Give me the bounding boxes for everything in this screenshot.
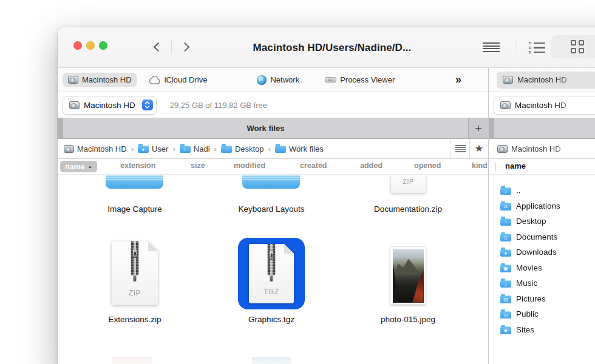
list-view-icon[interactable] (529, 42, 545, 53)
tab-bar: Work files + (58, 118, 488, 139)
list-item-public[interactable]: ◎ Public (489, 306, 595, 322)
folder-icon (106, 175, 163, 189)
device-icon (325, 77, 336, 83)
sites-folder-icon: ◉ (500, 326, 511, 334)
downloads-folder-icon: ● (500, 249, 511, 257)
breadcrumb-macintosh-hd[interactable]: Macintosh HD (489, 144, 579, 153)
breadcrumb-work-files[interactable]: Work files (275, 144, 324, 153)
folder-icon (275, 146, 286, 153)
hard-drive-icon (500, 101, 511, 109)
next-row-item-peek (252, 357, 291, 364)
grid-view-icon (571, 40, 584, 53)
users-folder-icon: ● (138, 146, 149, 153)
column-header-created[interactable]: created (300, 161, 327, 170)
list-item-movies[interactable]: ▣ Movies (489, 260, 595, 276)
zip-file-icon: ZIP (391, 175, 426, 193)
up-down-chevrons-icon (144, 101, 150, 109)
hard-drive-icon (497, 145, 508, 153)
left-pane: Macintosh HD iCloud Drive Network Proces… (58, 68, 489, 364)
right-pane: Macintosh HD Macintosh HD Macintosh HD (489, 68, 595, 364)
music-folder-icon: ♪ (500, 280, 511, 288)
lines-icon (455, 145, 466, 153)
list-item-desktop[interactable]: ▫ Desktop (489, 214, 595, 229)
drive-name: Macintosh HD (84, 101, 135, 110)
path-bar: Macintosh HD (489, 139, 595, 159)
cloud-icon (149, 76, 161, 84)
home-folder-icon: ⌂ (180, 146, 191, 153)
tgz-file-icon: TGZ (249, 244, 294, 303)
breadcrumb-desktop[interactable]: ▫ Desktop (221, 144, 264, 153)
path-options-button[interactable] (450, 139, 469, 158)
column-header-added[interactable]: added (360, 161, 382, 170)
list-item-downloads[interactable]: ● Downloads (489, 244, 595, 260)
hard-drive-icon (69, 101, 80, 109)
star-icon: ★ (475, 144, 483, 153)
column-headers: name (489, 159, 595, 175)
applications-folder-icon: A (500, 203, 511, 211)
list-item-pictures[interactable]: ▤ Pictures (489, 291, 595, 307)
public-folder-icon: ◎ (500, 311, 511, 319)
menu-icon[interactable] (483, 42, 500, 52)
column-header-size[interactable]: size (191, 161, 205, 170)
breadcrumb-macintosh-hd[interactable]: Macintosh HD (64, 144, 127, 153)
column-header-modified[interactable]: modified (234, 161, 265, 170)
list-item-music[interactable]: ♪ Music (489, 275, 595, 291)
favorite-network[interactable]: Network (251, 73, 305, 87)
hard-drive-icon (64, 145, 74, 153)
selection-highlight: TGZ (238, 238, 305, 309)
column-header-name[interactable]: name ▲ (60, 161, 97, 172)
drive-selector[interactable]: Macintosh HD (63, 96, 157, 115)
favorites-bar: Macintosh HD (489, 68, 595, 92)
file-manager-window: Macintosh HD/Users/Nadine/D... Macint (58, 27, 595, 364)
divider (515, 40, 515, 53)
tab-work-files[interactable]: Work files (63, 118, 469, 138)
grid-view-button[interactable] (551, 35, 595, 58)
breadcrumb-home[interactable]: ⌂ Nadi (180, 144, 210, 153)
home-folder-icon: ⌂ (500, 187, 511, 195)
favorite-macintosh-hd[interactable]: Macintosh HD (63, 73, 137, 87)
photo-thumbnail (390, 247, 426, 305)
hard-drive-icon (503, 76, 513, 84)
drive-selector[interactable]: Macintosh HD (494, 96, 595, 115)
list-item-applications[interactable]: A Applications (489, 198, 595, 214)
list-item-parent-dir[interactable]: ⌂ .. (489, 183, 595, 198)
favorites-overflow-button[interactable]: » (455, 73, 461, 86)
divider (495, 163, 496, 171)
column-header-opened[interactable]: opened (414, 161, 441, 170)
desktop-folder-icon: ▫ (221, 146, 232, 153)
folder-icon (242, 175, 300, 189)
folder-list: ⌂ .. A Applications ▫ Desktop ▯ Document… (489, 175, 595, 364)
tab-empty[interactable] (494, 118, 595, 138)
new-tab-button[interactable]: + (469, 118, 488, 138)
favorite-process-viewer[interactable]: Process Viewer (319, 73, 400, 87)
next-row-item-peek (112, 357, 152, 364)
drive-selector-row: Macintosh HD (489, 92, 595, 118)
column-header-extension[interactable]: extension (120, 161, 155, 170)
favorites-bar: Macintosh HD iCloud Drive Network Proces… (58, 68, 488, 92)
file-grid: Image Capture Keyboard Layouts ZIP Docum… (58, 175, 488, 364)
favorite-star-button[interactable]: ★ (469, 139, 488, 158)
favorite-icloud-drive[interactable]: iCloud Drive (143, 73, 213, 87)
view-controls (477, 35, 595, 58)
drive-dropdown-stepper[interactable] (142, 99, 153, 110)
list-item-sites[interactable]: ◉ Sites (489, 322, 595, 338)
hard-drive-icon (68, 76, 78, 84)
breadcrumb-users[interactable]: ● User (138, 144, 168, 153)
tab-bar (489, 118, 595, 139)
favorite-macintosh-hd[interactable]: Macintosh HD (497, 72, 595, 89)
column-header-kind[interactable]: kind (472, 161, 488, 170)
column-header-name[interactable]: name (505, 161, 526, 170)
sort-asc-icon: ▲ (88, 164, 92, 169)
breadcrumb: Macintosh HD › ● User › ⌂ Nadi › ▫ (58, 144, 450, 153)
desktop-folder-icon: ▫ (500, 218, 511, 226)
documents-folder-icon: ▯ (500, 234, 511, 241)
zip-file-icon: ZIP (112, 241, 158, 305)
title-bar: Macintosh HD/Users/Nadine/D... (58, 27, 595, 68)
path-bar: Macintosh HD › ● User › ⌂ Nadi › ▫ (58, 139, 488, 159)
movies-folder-icon: ▣ (500, 265, 511, 272)
globe-icon (257, 75, 267, 85)
free-space-label: 29,25 GB of 119,82 GB free (170, 101, 267, 110)
column-headers: name ▲ extension size modified created a… (58, 159, 488, 175)
list-item-documents[interactable]: ▯ Documents (489, 229, 595, 245)
drive-selector-row: Macintosh HD 29,25 GB of 119,82 GB free (58, 92, 488, 118)
